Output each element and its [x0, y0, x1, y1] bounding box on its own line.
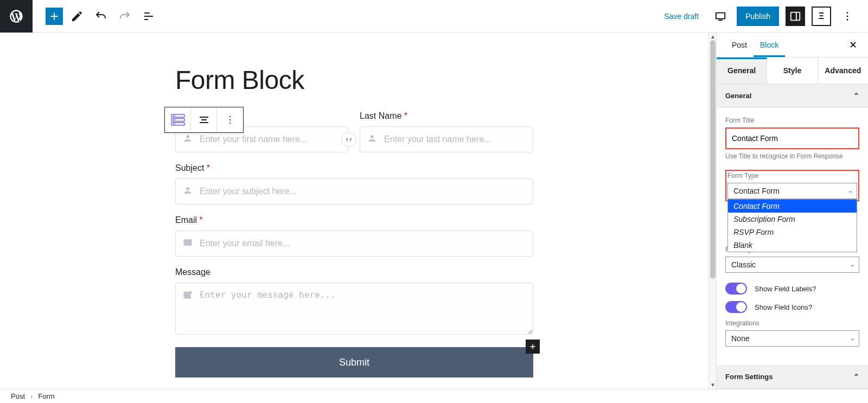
- form-type-option[interactable]: Blank: [728, 239, 857, 252]
- document-overview-button[interactable]: [139, 7, 158, 26]
- message-textarea[interactable]: [175, 283, 533, 335]
- svg-rect-1: [791, 12, 800, 20]
- panel-form-settings-toggle[interactable]: Form Settings ⌃: [717, 365, 868, 389]
- preview-button[interactable]: [711, 7, 730, 26]
- plugin-panel-button[interactable]: Ξ: [812, 7, 831, 26]
- align-button[interactable]: [191, 107, 217, 132]
- last-name-input[interactable]: [360, 126, 533, 152]
- add-field-button[interactable]: [526, 340, 540, 354]
- tools-button[interactable]: [67, 7, 87, 26]
- add-block-button[interactable]: [46, 8, 63, 25]
- tab-block[interactable]: Block: [754, 33, 785, 57]
- last-name-label: Last Name *: [360, 111, 533, 121]
- form-title-label: Form Title: [725, 117, 859, 124]
- form-block-type-icon[interactable]: [165, 107, 191, 132]
- panel-general-title: General: [725, 92, 751, 100]
- subject-input[interactable]: [175, 178, 533, 204]
- form-type-option[interactable]: RSVP Form: [728, 226, 857, 239]
- svg-point-16: [229, 123, 231, 124]
- form-type-select[interactable]: Contact Form: [727, 183, 857, 199]
- svg-point-4: [847, 19, 848, 21]
- subtab-advanced[interactable]: Advanced: [818, 57, 868, 84]
- tab-post[interactable]: Post: [725, 33, 754, 57]
- integrations-select[interactable]: None: [725, 330, 859, 347]
- svg-point-2: [847, 12, 848, 14]
- user-icon: [183, 133, 193, 145]
- save-draft-button[interactable]: Save draft: [659, 9, 704, 24]
- panel-form-settings-title: Form Settings: [725, 373, 773, 381]
- scroll-up-arrow[interactable]: ▲: [710, 34, 716, 40]
- redo-button[interactable]: [115, 7, 135, 26]
- form-title-input[interactable]: [725, 127, 859, 149]
- form-type-dropdown: Contact Form Subscription Form RSVP Form…: [727, 199, 857, 252]
- chevron-right-icon: ›: [30, 392, 33, 400]
- svg-point-3: [847, 15, 848, 17]
- subtab-style[interactable]: Style: [767, 57, 818, 84]
- subtab-general[interactable]: General: [717, 57, 767, 84]
- toggle-show-icons[interactable]: [725, 301, 747, 313]
- email-input[interactable]: [175, 231, 533, 257]
- message-label: Message: [175, 267, 533, 277]
- publish-button[interactable]: Publish: [737, 7, 779, 26]
- breadcrumb-form[interactable]: Form: [38, 392, 54, 400]
- chevron-up-icon: ⌃: [853, 373, 859, 381]
- breadcrumb-post[interactable]: Post: [11, 392, 25, 400]
- form-styles-select[interactable]: Classic: [725, 257, 859, 273]
- toggle-show-labels[interactable]: [725, 283, 747, 295]
- block-toolbar: [164, 107, 244, 133]
- post-title[interactable]: Form Block: [175, 65, 533, 95]
- edit-icon: [183, 290, 193, 302]
- editor-scrollbar[interactable]: ▲ ▼: [709, 33, 716, 389]
- form-type-option[interactable]: Subscription Form: [728, 213, 857, 226]
- scroll-thumb[interactable]: [710, 40, 716, 279]
- scroll-down-arrow[interactable]: ▼: [710, 382, 716, 388]
- svg-point-14: [229, 116, 231, 118]
- user-icon: [183, 185, 193, 197]
- user-icon: [367, 133, 377, 145]
- subject-label: Subject *: [175, 163, 533, 173]
- column-resize-handle[interactable]: [341, 132, 356, 147]
- email-label: Email *: [175, 215, 533, 225]
- chevron-up-icon: ⌃: [853, 92, 859, 100]
- options-menu-button[interactable]: [838, 7, 857, 26]
- panel-general-toggle[interactable]: General ⌃: [717, 84, 868, 108]
- block-more-options[interactable]: [217, 107, 243, 132]
- form-type-label: Form Type: [727, 172, 857, 180]
- close-sidebar-button[interactable]: ✕: [847, 37, 859, 53]
- svg-point-15: [229, 119, 231, 121]
- form-type-option[interactable]: Contact Form: [728, 200, 857, 213]
- undo-button[interactable]: [91, 7, 111, 26]
- settings-sidebar-toggle[interactable]: [786, 7, 805, 26]
- breadcrumb: Post › Form: [0, 389, 868, 403]
- integrations-label: Integrations: [725, 319, 859, 327]
- form-title-help: Use Title to recognize in Form Response: [725, 152, 859, 160]
- wordpress-logo[interactable]: [0, 0, 33, 33]
- submit-button[interactable]: Submit: [175, 347, 533, 378]
- toggle-show-labels-label: Show Field Labels?: [755, 285, 816, 293]
- svg-rect-0: [716, 12, 725, 18]
- toggle-show-icons-label: Show Field Icons?: [755, 303, 812, 311]
- envelope-icon: [183, 238, 193, 249]
